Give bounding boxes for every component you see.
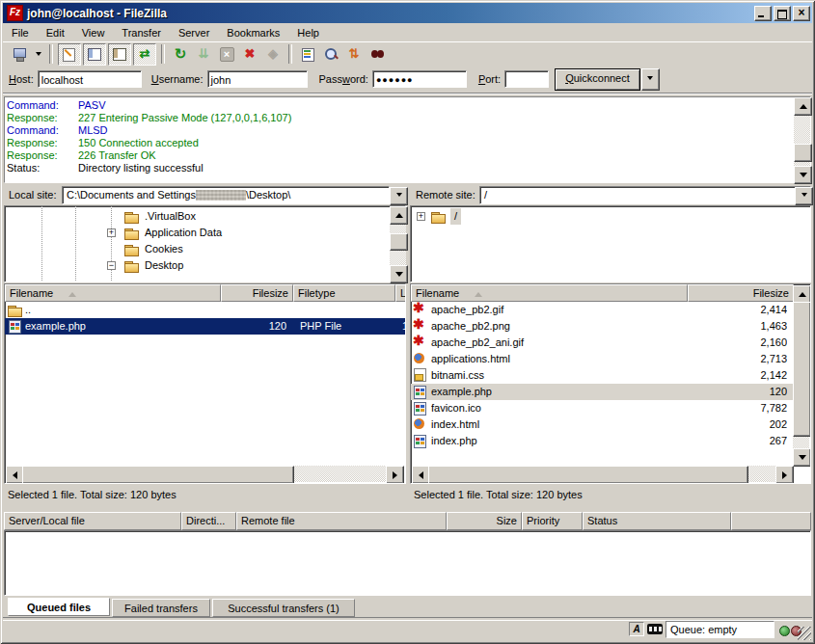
scroll-down-arrow[interactable] — [390, 265, 408, 283]
expand-plus-icon[interactable]: + — [417, 212, 425, 221]
column-header-size[interactable]: Size — [447, 512, 522, 530]
tab-failed-transfers[interactable]: Failed transfers — [112, 599, 210, 617]
file-row-selected[interactable]: example.php 120 — [411, 384, 794, 400]
password-input[interactable]: ●●●●●● — [372, 70, 467, 88]
column-header-remote-file[interactable]: Remote file — [236, 512, 447, 530]
menu-edit[interactable]: Edit — [38, 25, 73, 40]
file-row[interactable]: favicon.ico 7,782 — [411, 400, 794, 416]
minimize-button[interactable] — [754, 6, 772, 21]
username-input[interactable]: john — [207, 70, 308, 88]
remote-tree-pane[interactable]: + / — [410, 205, 811, 282]
menu-server[interactable]: Server — [170, 25, 218, 40]
menu-bookmarks[interactable]: Bookmarks — [218, 25, 288, 40]
directory-comparison-button[interactable] — [320, 44, 341, 65]
column-header-server-local-file[interactable]: Server/Local file — [4, 512, 181, 530]
local-list-hscrollbar[interactable] — [6, 466, 404, 482]
column-header-filesize[interactable]: Filesize — [221, 284, 293, 302]
expand-plus-icon[interactable]: + — [107, 228, 116, 237]
maximize-button[interactable] — [774, 6, 791, 21]
menu-file[interactable]: File — [3, 25, 38, 40]
scroll-up-arrow[interactable] — [390, 206, 408, 225]
file-row[interactable]: index.html 202 — [411, 416, 794, 433]
sort-ascending-icon — [475, 288, 482, 297]
file-row-up[interactable]: .. — [5, 302, 406, 318]
column-header-filename[interactable]: Filename — [411, 284, 688, 302]
log-scrollbar[interactable] — [794, 97, 810, 182]
scroll-up-arrow[interactable] — [794, 97, 812, 116]
find-files-button[interactable] — [367, 44, 388, 65]
disconnect-button[interactable]: ✖ — [239, 44, 260, 65]
column-header-filesize[interactable]: Filesize — [688, 284, 794, 302]
local-tree-pane[interactable]: .VirtualBox + Application Data Cookies −… — [4, 205, 406, 282]
site-manager-button[interactable] — [8, 44, 31, 65]
reconnect-icon: ◈ — [265, 46, 281, 62]
title-bar[interactable]: Fz john@localhost - FileZilla × — [3, 3, 812, 23]
menu-transfer[interactable]: Transfer — [113, 25, 170, 40]
toggle-local-tree-button[interactable] — [83, 43, 106, 66]
quickconnect-dropdown[interactable] — [641, 68, 660, 91]
quickconnect-button[interactable]: Quickconnect — [555, 68, 640, 91]
remote-list-hscrollbar[interactable] — [412, 466, 794, 482]
resize-grip[interactable] — [798, 627, 811, 640]
message-log[interactable]: Command:PASV Response:227 Entering Passi… — [4, 96, 811, 183]
scroll-down-arrow[interactable] — [793, 448, 811, 467]
scrollbar-thumb[interactable] — [428, 466, 748, 484]
file-row-selected[interactable]: example.php 120 PHP File 1 — [5, 318, 406, 335]
tree-item-virtualbox[interactable]: .VirtualBox — [5, 208, 391, 225]
file-row[interactable]: applications.html 2,713 — [411, 351, 794, 367]
remote-file-list[interactable]: Filename Filesize ✱ apache_pb2.gif 2,414… — [410, 283, 811, 484]
file-row[interactable]: index.php 267 — [411, 433, 794, 449]
host-input[interactable]: localhost — [38, 70, 142, 88]
queue-body[interactable] — [4, 530, 811, 596]
scroll-down-arrow[interactable] — [794, 166, 812, 184]
remote-list-vscrollbar[interactable] — [793, 285, 809, 467]
file-row[interactable]: ✱ apache_pb2.png 1,463 — [411, 318, 794, 335]
site-manager-dropdown[interactable] — [33, 44, 44, 65]
scrollbar-thumb[interactable] — [390, 233, 408, 251]
collapse-minus-icon[interactable]: − — [107, 261, 116, 270]
menu-help[interactable]: Help — [288, 25, 328, 40]
local-site-combo[interactable]: C:\Documents and Settings\Desktop\ — [62, 186, 390, 204]
remote-site-combo-arrow[interactable] — [795, 187, 813, 205]
tree-item-desktop[interactable]: − Desktop — [5, 257, 391, 274]
menu-view[interactable]: View — [73, 25, 114, 40]
port-input[interactable] — [504, 70, 549, 88]
column-header-filetype[interactable]: Filetype — [293, 284, 395, 302]
column-header-direction[interactable]: Directi... — [181, 512, 236, 530]
toggle-message-log-button[interactable] — [58, 43, 81, 66]
remote-site-combo[interactable]: / — [479, 186, 811, 204]
datatype-indicator[interactable]: A — [629, 622, 644, 636]
scroll-right-arrow[interactable] — [386, 466, 404, 484]
file-row[interactable]: ✱ apache_pb2_ani.gif 2,160 — [411, 335, 794, 351]
column-header-priority[interactable]: Priority — [522, 512, 583, 530]
file-row[interactable]: bitnami.css 2,142 — [411, 367, 794, 384]
speedlimit-indicator-icon[interactable] — [647, 624, 663, 634]
refresh-button[interactable]: ↻ — [170, 44, 191, 65]
reconnect-button[interactable]: ◈ — [262, 44, 284, 65]
tree-item-root[interactable]: + / — [411, 208, 797, 225]
tab-queued-files[interactable]: Queued files — [8, 598, 110, 616]
tree-item-cookies[interactable]: Cookies — [5, 241, 391, 257]
directory-filters-button[interactable] — [297, 44, 318, 65]
toggle-remote-tree-button[interactable] — [108, 43, 131, 66]
column-header-status[interactable]: Status — [583, 512, 731, 530]
close-button[interactable]: × — [793, 6, 810, 21]
scrollbar-thumb[interactable] — [793, 302, 811, 437]
synchronized-browsing-button[interactable]: ⇅ — [343, 44, 365, 65]
cancel-button[interactable]: × — [216, 44, 237, 65]
file-row[interactable]: ✱ apache_pb2.gif 2,414 — [411, 302, 794, 318]
scrollbar-thumb[interactable] — [794, 144, 812, 162]
column-header-modified[interactable]: L — [395, 284, 406, 302]
tab-successful-transfers[interactable]: Successful transfers (1) — [212, 599, 355, 617]
toggle-queue-button[interactable]: ⇄ — [133, 43, 156, 66]
filter-icon — [300, 46, 315, 62]
process-queue-button[interactable]: ⇊ — [193, 44, 214, 65]
tree-item-application-data[interactable]: + Application Data — [5, 225, 391, 241]
scrollbar-thumb[interactable] — [22, 466, 294, 484]
local-file-list[interactable]: Filename Filesize Filetype L .. example.… — [4, 283, 406, 484]
local-tree-scrollbar[interactable] — [390, 206, 406, 282]
scroll-right-arrow[interactable] — [775, 466, 794, 484]
local-site-combo-arrow[interactable] — [390, 187, 408, 205]
column-header-filename[interactable]: Filename — [5, 284, 221, 302]
cancel-icon: × — [220, 47, 234, 62]
